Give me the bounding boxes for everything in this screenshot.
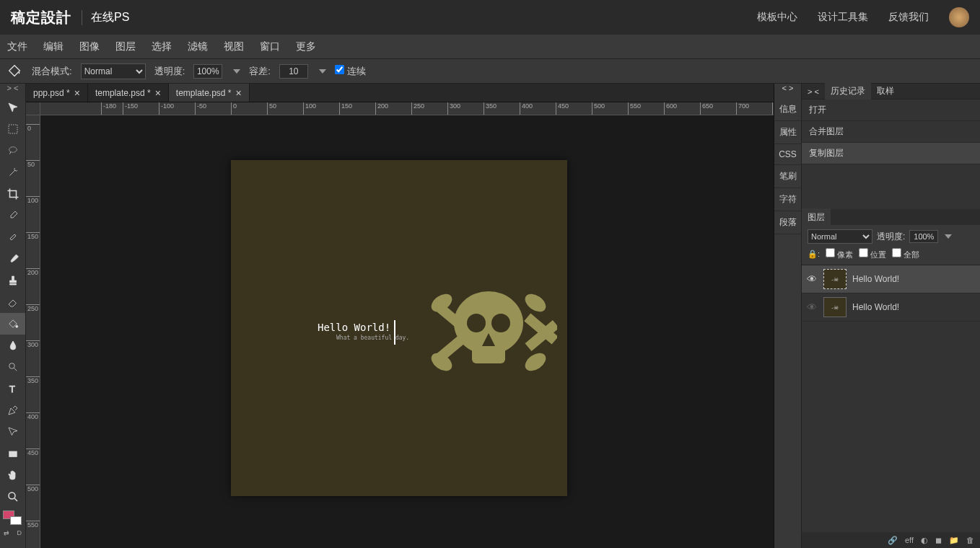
layer-thumbnail[interactable]: -☠ [823,269,846,289]
brush-tool[interactable] [0,248,25,270]
menu-image[interactable]: 图像 [79,40,100,53]
opacity-input[interactable] [193,64,222,79]
history-item[interactable]: 打开 [802,100,980,121]
lock-pixel[interactable]: 像素 [826,248,853,260]
menu-more[interactable]: 更多 [296,40,316,53]
menu-filter[interactable]: 滤镜 [188,40,208,53]
wand-tool[interactable] [0,162,25,183]
move-tool[interactable] [0,97,25,118]
link-templates[interactable]: 模板中心 [757,11,797,24]
menu-file[interactable]: 文件 [7,40,27,53]
brand-logo[interactable]: 稿定設計 [11,8,71,27]
opacity-label: 透明度: [154,65,185,78]
heal-tool[interactable] [0,226,25,248]
layer-item[interactable]: 👁 -☠ Hello World! [802,265,980,293]
layers-panel-header: 图层 [802,209,980,225]
tolerance-dropdown-icon[interactable] [319,69,326,74]
tab-brush[interactable]: 笔刷 [774,165,801,188]
layer-name[interactable]: Hello World! [852,302,899,312]
blend-select[interactable]: Normal [81,63,146,79]
menu-window[interactable]: 窗口 [260,40,280,53]
svg-rect-6 [9,451,17,457]
history-tab[interactable]: 历史记录 [825,82,871,100]
eyedropper-tool[interactable] [0,205,25,226]
svg-point-10 [522,291,549,316]
menu-select[interactable]: 选择 [152,40,172,53]
tool-column: > < T ⇄D [0,84,26,548]
adjustment-icon[interactable]: ◼ [935,536,942,545]
svg-point-3 [15,325,17,327]
history-item[interactable]: 合并图层 [802,121,980,143]
layer-opacity-input[interactable] [909,230,938,243]
link-layers-icon[interactable]: 🔗 [888,536,898,545]
stamp-tool[interactable] [0,270,25,291]
ruler-horizontal[interactable]: -180-150-100-500501001502002503003504004… [40,102,774,115]
mask-icon[interactable]: ◐ [921,536,928,545]
tolerance-input[interactable] [279,64,308,79]
tab-2[interactable]: template.psd *× [169,84,250,102]
tab-0[interactable]: ppp.psd *× [26,84,88,102]
layer-thumbnail[interactable]: -☠ [823,297,846,317]
link-tools[interactable]: 设计工具集 [818,11,868,24]
layer-footer: 🔗 eff ◐ ◼ 📁 🗑 [802,532,980,548]
path-tool[interactable] [0,421,25,443]
contiguous-checkbox[interactable]: 连续 [335,65,366,78]
folder-icon[interactable]: 📁 [949,536,959,545]
close-icon[interactable]: × [236,87,242,99]
tolerance-label: 容差: [249,65,271,78]
zoom-tool[interactable] [0,486,25,508]
bucket-icon [7,63,23,79]
crop-tool[interactable] [0,183,25,205]
menu-layer[interactable]: 图层 [115,40,136,53]
lasso-tool[interactable] [0,140,25,162]
eraser-tool[interactable] [0,291,25,313]
history-item[interactable]: 复制图层 [802,143,980,164]
menu-view[interactable]: 视图 [224,40,244,53]
layer-name[interactable]: Hello World! [852,274,899,284]
history-collapse[interactable]: > < [802,87,825,96]
canvas-viewport[interactable]: Hello World! What a beautiful day. [40,115,774,548]
link-feedback[interactable]: 反馈我们 [888,11,929,24]
reset-colors[interactable]: D [17,529,22,541]
tab-paragraph[interactable]: 段落 [774,211,801,234]
hand-tool[interactable] [0,464,25,486]
sampler-tab[interactable]: 取样 [871,82,900,100]
svg-rect-0 [9,125,17,133]
shape-tool[interactable] [0,443,25,464]
effects-icon[interactable]: eff [905,536,914,544]
layer-item[interactable]: 👁 -☠ Hello World! [802,293,980,322]
tab-char[interactable]: 字符 [774,188,801,211]
svg-rect-2 [9,234,15,240]
pen-tool[interactable] [0,399,25,421]
blur-tool[interactable] [0,335,25,356]
visibility-icon[interactable]: 👁 [806,273,818,285]
visibility-icon[interactable]: 👁 [806,301,818,313]
opacity-dropdown-icon[interactable] [233,69,240,74]
layer-opacity-dropdown-icon[interactable] [945,234,952,239]
svg-point-4 [9,363,14,369]
lock-all[interactable]: 全部 [892,248,919,260]
tab-1[interactable]: template.psd *× [88,84,169,102]
svg-point-19 [491,314,510,332]
marquee-tool[interactable] [0,118,25,140]
avatar[interactable] [949,7,969,27]
color-picker[interactable] [0,508,25,529]
type-tool[interactable]: T [0,378,25,399]
tool-collapse[interactable]: > < [0,84,25,97]
panel-collapse[interactable]: < > [774,84,801,98]
close-icon[interactable]: × [74,87,80,99]
ruler-vertical[interactable]: 0501001502002503003504004505005506006507… [26,115,40,548]
tab-css[interactable]: CSS [774,144,801,165]
dodge-tool[interactable] [0,356,25,378]
trash-icon[interactable]: 🗑 [966,536,974,544]
swap-colors[interactable]: ⇄ [4,529,9,541]
close-icon[interactable]: × [155,87,161,99]
menu-edit[interactable]: 编辑 [43,40,64,53]
tab-properties[interactable]: 属性 [774,121,801,144]
bucket-tool[interactable] [0,313,25,335]
layers-tab[interactable]: 图层 [802,208,831,226]
canvas[interactable]: Hello World! What a beautiful day. [231,160,567,496]
layer-blend-select[interactable]: Normal [808,229,872,244]
lock-position[interactable]: 位置 [859,248,886,260]
tab-info[interactable]: 信息 [774,98,801,121]
